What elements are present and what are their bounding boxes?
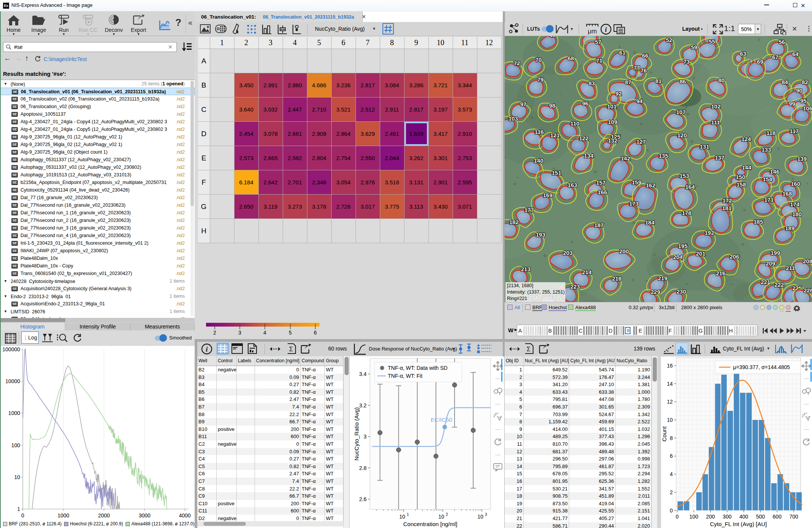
svg-text:100: 100 — [689, 514, 699, 520]
svg-text:182: 182 — [509, 219, 519, 225]
svg-text:111: 111 — [711, 119, 720, 126]
svg-text:10: 10 — [477, 514, 483, 520]
svg-text:216: 216 — [716, 270, 725, 277]
svg-text:Σ: Σ — [289, 346, 293, 353]
svg-text:226: 226 — [804, 287, 812, 294]
svg-text:98: 98 — [549, 102, 555, 109]
svg-text:1000: 1000 — [57, 512, 69, 519]
svg-text:135: 135 — [659, 152, 668, 159]
svg-text:174: 174 — [790, 201, 800, 207]
svg-text:2000: 2000 — [98, 512, 110, 519]
svg-text:72: 72 — [514, 60, 520, 66]
svg-text:127: 127 — [636, 138, 646, 145]
svg-text:4000: 4000 — [179, 512, 190, 519]
svg-text:6: 6 — [670, 453, 673, 459]
svg-text:66: 66 — [642, 52, 648, 59]
svg-text:211: 211 — [786, 265, 795, 271]
svg-text:177: 177 — [524, 207, 534, 213]
svg-text:94: 94 — [636, 98, 643, 104]
svg-text:3: 3 — [364, 434, 367, 440]
svg-text:97: 97 — [520, 101, 527, 107]
svg-text:NucCyto_Ratio (Avg): NucCyto_Ratio (Avg) — [353, 407, 360, 461]
svg-text:203: 203 — [563, 250, 573, 256]
svg-text:2: 2 — [446, 512, 448, 517]
svg-text:86: 86 — [680, 78, 686, 85]
svg-text:95: 95 — [800, 97, 807, 104]
svg-text:100: 100 — [11, 442, 20, 448]
svg-text:Count: Count — [661, 426, 667, 442]
svg-text:200: 200 — [619, 248, 629, 255]
svg-text:181: 181 — [722, 205, 732, 211]
svg-text:195: 195 — [678, 243, 688, 249]
svg-text:0: 0 — [676, 514, 679, 520]
svg-text:700: 700 — [789, 514, 798, 520]
svg-text:106: 106 — [803, 105, 812, 112]
svg-text:102: 102 — [711, 103, 721, 110]
svg-text:166: 166 — [598, 189, 607, 195]
svg-text:1: 1 — [407, 512, 409, 517]
svg-text:5: 5 — [289, 330, 292, 336]
svg-text:83: 83 — [589, 80, 595, 86]
svg-text:Σ: Σ — [527, 346, 531, 353]
svg-text:218: 218 — [612, 275, 622, 282]
svg-text:12: 12 — [667, 399, 673, 405]
svg-text:121: 121 — [550, 132, 560, 138]
svg-text:μ=390.377, σ=144.4805: μ=390.377, σ=144.4805 — [733, 364, 790, 370]
svg-text:10000: 10000 — [5, 378, 20, 384]
svg-text:107: 107 — [676, 109, 686, 115]
svg-text:μm: μm — [588, 28, 597, 35]
svg-text:3.4: 3.4 — [359, 371, 367, 377]
svg-text:204: 204 — [673, 254, 683, 260]
svg-text:122: 122 — [579, 135, 589, 141]
svg-text:184: 184 — [645, 219, 655, 226]
svg-text:10: 10 — [14, 474, 20, 480]
svg-text:69: 69 — [757, 58, 763, 65]
svg-text:199: 199 — [771, 250, 780, 256]
svg-text:164: 164 — [685, 184, 695, 190]
svg-text:90: 90 — [796, 87, 803, 94]
svg-text:206: 206 — [730, 253, 739, 260]
svg-text:14: 14 — [667, 381, 673, 387]
svg-text:134: 134 — [584, 152, 594, 159]
svg-text:116: 116 — [535, 129, 544, 135]
svg-text:132: 132 — [608, 137, 617, 144]
svg-text:142: 142 — [621, 155, 630, 162]
svg-text:173: 173 — [629, 200, 639, 207]
svg-text:56: 56 — [779, 39, 785, 45]
svg-text:96: 96 — [582, 100, 589, 107]
svg-text:10: 10 — [438, 514, 444, 520]
svg-text:3: 3 — [485, 512, 487, 517]
svg-text:124: 124 — [741, 136, 751, 142]
svg-text:180: 180 — [792, 211, 802, 217]
svg-text:163: 163 — [568, 182, 577, 188]
svg-text:1000: 1000 — [8, 410, 20, 416]
svg-text:222: 222 — [774, 281, 784, 288]
svg-text:151: 151 — [552, 170, 561, 176]
svg-text:133: 133 — [762, 146, 771, 153]
svg-text:73: 73 — [683, 58, 690, 65]
svg-text:139: 139 — [797, 156, 807, 162]
svg-text:117: 117 — [790, 128, 799, 134]
svg-text:209: 209 — [766, 260, 775, 267]
svg-text:168: 168 — [782, 190, 792, 197]
svg-text:150: 150 — [736, 174, 745, 180]
svg-text:192: 192 — [705, 229, 714, 236]
svg-text:300: 300 — [723, 514, 732, 520]
svg-text:0: 0 — [21, 512, 24, 519]
svg-text:208: 208 — [803, 258, 812, 264]
svg-text:171: 171 — [764, 196, 774, 203]
svg-text:200: 200 — [706, 514, 715, 520]
svg-text:3.2: 3.2 — [359, 402, 367, 409]
svg-text:77: 77 — [634, 64, 640, 71]
svg-text:82: 82 — [802, 79, 808, 85]
svg-text:TNF-α, WT: Data with SD: TNF-α, WT: Data with SD — [388, 365, 447, 371]
svg-text:162: 162 — [646, 182, 655, 189]
svg-text:120: 120 — [677, 132, 687, 138]
svg-text:131: 131 — [700, 143, 709, 150]
svg-text:6: 6 — [314, 330, 317, 336]
svg-text:158: 158 — [736, 181, 746, 188]
svg-text:i: i — [206, 345, 208, 353]
svg-text:71: 71 — [596, 57, 603, 64]
svg-text:500: 500 — [756, 514, 765, 520]
svg-text:185: 185 — [754, 218, 763, 225]
